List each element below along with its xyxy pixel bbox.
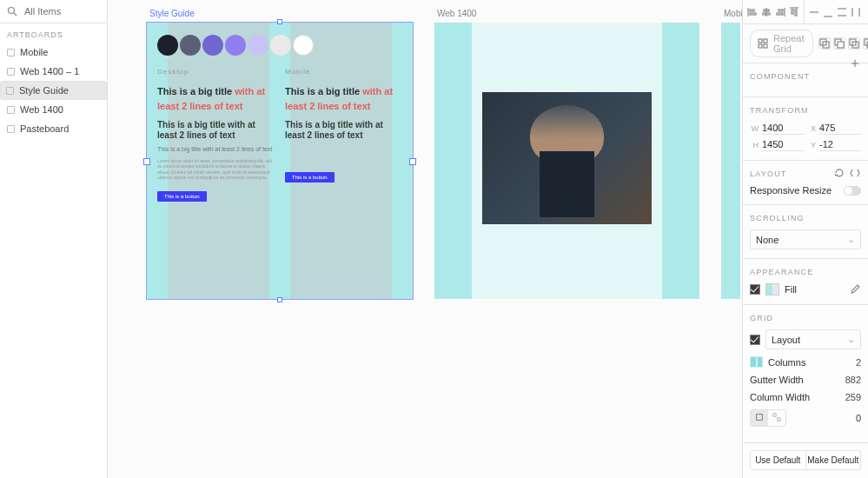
distribute-v-icon[interactable] [850,6,862,18]
svg-line-1 [14,13,17,16]
fill-checkbox[interactable] [750,284,760,295]
title-text: This is a big title [157,86,235,96]
svg-rect-27 [838,42,844,48]
swatch[interactable] [270,35,291,56]
align-vcenter-icon[interactable] [808,6,820,18]
scrolling-select[interactable]: None ⌄ [750,229,861,249]
mobile-section: Mobile This is a big title with at least… [285,68,402,202]
use-default-button[interactable]: Use Default [750,450,806,470]
artboard-item-web1400-1[interactable]: Web 1400 – 1 [0,62,107,81]
distribute-h-icon[interactable] [836,6,848,18]
h-label: H [750,141,759,149]
align-top-icon[interactable] [788,6,800,18]
chevron-down-icon: ⌄ [847,234,855,245]
lorem-text: Lorem ipsum dolor sit amet, consectetur … [157,158,275,181]
x-input[interactable]: 475 [819,122,861,135]
responsive-toggle[interactable] [844,186,861,196]
artboard-item-web1400[interactable]: Web 1400 [0,100,107,119]
svg-rect-36 [778,418,780,421]
appearance-header: APPEARANCE [750,268,861,276]
align-left-icon[interactable] [746,6,759,18]
body-text: This is a big title with at least 2 line… [157,146,275,153]
boolean-add-icon[interactable] [818,37,831,50]
y-input[interactable]: -12 [819,138,861,151]
repeat-grid-icon [758,37,768,50]
align-right-icon[interactable] [774,6,786,18]
artboard-style-guide[interactable]: Style Guide Desktop This is a big title … [147,23,413,299]
properties-panel: Repeat Grid COMPONENT TRANSFORM W 1400 X… [742,0,868,478]
make-default-button[interactable]: Make Default [806,450,862,470]
title-text: This is a big title [285,86,362,96]
grid-header: GRID [750,314,861,322]
chevron-down-icon: ⌄ [847,334,855,345]
rotate-icon[interactable] [833,167,845,179]
repeat-grid-button[interactable]: Repeat Grid [750,30,813,57]
section-heading: Desktop [157,68,275,76]
add-component-icon[interactable] [849,57,861,70]
color-swatches [157,35,402,56]
align-bottom-icon[interactable] [822,6,834,18]
colwidth-label: Column Width [750,392,810,402]
svg-rect-23 [764,44,767,48]
margin-linked-icon[interactable] [751,410,768,426]
subtitle-text: This is a big title with at least 2 line… [157,120,275,141]
columns-label: Columns [768,357,805,368]
gutter-input[interactable]: 882 [845,375,861,385]
align-toolbar [743,0,868,24]
margin-independent-icon[interactable] [768,410,785,426]
artboard-title[interactable]: Mobile [724,9,742,18]
artboard-mobile[interactable]: Mobile [721,23,740,299]
columns-input[interactable]: 2 [856,357,861,368]
eyedropper-icon[interactable] [849,283,861,295]
y-label: Y [807,141,816,149]
section-heading: Mobile [285,68,402,76]
grid-mode-select[interactable]: Layout ⌄ [765,329,861,349]
grid-checkbox[interactable] [750,335,760,345]
swatch[interactable] [293,35,314,56]
swatch[interactable] [180,35,201,56]
flip-h-icon[interactable] [849,167,861,179]
colwidth-input[interactable]: 259 [845,392,861,402]
artboard-icon [7,125,15,133]
swatch[interactable] [248,35,268,56]
columns-preview-icon [750,356,763,368]
artboard-web1400[interactable]: Web 1400 [434,23,699,299]
fill-label: Fill [785,284,797,295]
artboard-item-styleguide[interactable]: Style Guide [0,81,107,100]
grid-margin-mode[interactable] [750,409,786,427]
artboard-title[interactable]: Web 1400 [437,9,476,18]
grid-mode-value: Layout [772,335,800,345]
h-input[interactable]: 1450 [762,138,804,151]
artboard-item-pasteboard[interactable]: Pasteboard [0,119,107,138]
artboard-title[interactable]: Style Guide [149,9,195,18]
fill-swatch[interactable] [765,283,779,295]
svg-rect-21 [764,39,767,43]
design-canvas[interactable]: Style Guide Desktop This is a big title … [108,0,742,478]
swatch[interactable] [157,35,178,56]
subtitle-text: This is a big title with at least 2 line… [285,120,402,141]
component-header: COMPONENT [750,72,861,81]
align-hcenter-icon[interactable] [760,6,772,18]
svg-rect-20 [759,39,762,43]
boolean-intersect-icon[interactable] [848,37,860,50]
responsive-label: Responsive Resize [750,185,832,196]
svg-rect-9 [779,10,783,11]
artboard-label: Mobile [20,47,48,57]
margin-input[interactable]: 0 [856,413,861,423]
scrolling-header: SCROLLING [750,214,861,222]
w-input[interactable]: 1400 [762,122,804,135]
desktop-section: Desktop This is a big title with at leas… [157,68,275,202]
sample-button[interactable]: This is a button [157,191,207,202]
boolean-subtract-icon[interactable] [833,37,845,50]
swatch[interactable] [202,35,223,56]
artboard-icon [6,87,14,95]
sample-button[interactable]: This is a button [285,172,335,183]
artboard-item-mobile[interactable]: Mobile [0,43,107,62]
hero-image [482,92,652,225]
swatch[interactable] [225,35,246,56]
boolean-exclude-icon[interactable] [863,37,868,50]
artboard-icon [7,49,15,56]
artboard-label: Style Guide [19,85,69,96]
artboard-label: Pasteboard [20,123,69,134]
artboard-label: Web 1400 [20,104,63,115]
